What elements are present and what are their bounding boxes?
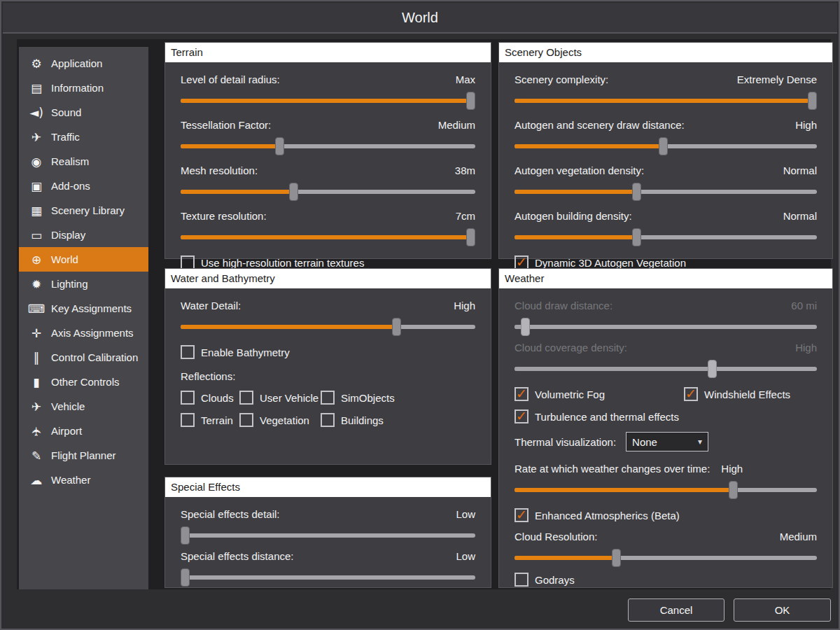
sidebar-item-axis-assignments[interactable]: ✛ Axis Assignments [19, 321, 148, 345]
thermal-visualization-select[interactable]: None ▾ [626, 432, 708, 451]
checkbox-box-icon: ✓ [514, 387, 528, 401]
slider-thumb[interactable] [181, 526, 190, 545]
page-title: World [402, 10, 438, 26]
turbulence-checkbox[interactable]: ✓ Turbulence and thermal effects [514, 410, 817, 424]
sidebar-item-label: Scenery Library [51, 204, 125, 216]
autogen-vegetation-row: Autogen vegetation density: Normal [514, 164, 817, 201]
check-icon: ✓ [516, 507, 527, 522]
dynamic-3d-vegetation-checkbox[interactable]: ✓ Dynamic 3D Autogen Vegetation [514, 255, 817, 270]
slider-thumb[interactable] [289, 183, 298, 201]
checkbox-label: Enhanced Atmospherics (Beta) [535, 510, 680, 522]
reflect-vegetation-checkbox[interactable]: ✓ Vegetation [239, 413, 321, 427]
sidebar-item-label: Axis Assignments [51, 327, 134, 339]
sidebar-item-other-controls[interactable]: ▮ Other Controls [19, 370, 148, 394]
sidebar-item-application[interactable]: ⚙ Application [19, 51, 148, 76]
reflect-terrain-checkbox[interactable]: ✓ Terrain [181, 413, 239, 427]
sidebar-item-control-calibration[interactable]: ‖ Control Calibration [19, 345, 148, 370]
sidebar-item-vehicle[interactable]: ✈ Vehicle [19, 394, 148, 419]
checkbox-label: Volumetric Fog [535, 388, 605, 400]
special-effects-detail-slider[interactable] [181, 526, 475, 545]
sidebar-item-scenery-library[interactable]: ▦ Scenery Library [19, 198, 148, 223]
texture-resolution-slider[interactable] [181, 228, 475, 246]
slider-thumb[interactable] [466, 228, 475, 246]
godrays-checkbox[interactable]: ✓ Godrays [514, 573, 817, 587]
reflect-buildings-checkbox[interactable]: ✓ Buildings [321, 413, 384, 427]
slider-label: Scenery complexity: [514, 74, 608, 85]
sidebar-item-traffic[interactable]: ✈ Traffic [19, 125, 148, 149]
checkbox-box-icon: ✓ [181, 345, 195, 359]
checkbox-box-icon: ✓ [239, 391, 253, 405]
slider-thumb[interactable] [632, 183, 641, 201]
sidebar-item-label: Traffic [51, 131, 80, 143]
slider-track [181, 575, 475, 580]
autogen-vegetation-slider[interactable] [514, 183, 817, 201]
sidebar-item-weather[interactable]: ☁ Weather [19, 468, 148, 492]
mesh-resolution-slider[interactable] [181, 183, 475, 201]
weather-cloud-icon: ☁ [26, 473, 47, 487]
volumetric-fog-checkbox[interactable]: ✓ Volumetric Fog [514, 387, 684, 401]
sidebar-item-sound[interactable]: ◄) Sound [19, 100, 148, 125]
checkbox-box-icon: ✓ [514, 508, 528, 522]
reflect-clouds-checkbox[interactable]: ✓ Clouds [181, 391, 239, 405]
autogen-building-slider[interactable] [514, 228, 817, 246]
slider-thumb[interactable] [275, 137, 284, 155]
checkbox-label: Enable Bathymetry [201, 346, 290, 358]
high-res-terrain-checkbox[interactable]: ✓ Use high-resolution terrain textures [181, 255, 475, 270]
windshield-effects-checkbox[interactable]: ✓ Windshield Effects [684, 387, 790, 401]
weather-rate-slider[interactable] [514, 481, 817, 499]
sidebar-item-world[interactable]: ⊕ World [19, 247, 148, 272]
enable-bathymetry-checkbox[interactable]: ✓ Enable Bathymetry [181, 345, 475, 359]
slider-thumb[interactable] [181, 568, 190, 587]
reflections-row-2: ✓ Terrain ✓ Vegetation ✓ Buildings [181, 413, 475, 435]
globe-icon: ⊕ [26, 253, 47, 267]
tessellation-slider[interactable] [181, 137, 475, 155]
cloud-resolution-slider[interactable] [514, 549, 817, 567]
sidebar-item-realism[interactable]: ◉ Realism [19, 149, 148, 174]
reflect-simobjects-checkbox[interactable]: ✓ SimObjects [321, 391, 395, 405]
slider-fill [514, 99, 817, 103]
speaker-icon: ◄) [26, 106, 47, 120]
slider-thumb [521, 318, 530, 336]
sidebar-item-lighting[interactable]: ✹ Lighting [19, 272, 148, 296]
sidebar-item-flight-planner[interactable]: ✎ Flight Planner [19, 443, 148, 468]
check-icon: ✓ [516, 386, 527, 401]
slider-thumb[interactable] [632, 228, 641, 246]
slider-label: Special effects distance: [181, 550, 293, 562]
slider-thumb[interactable] [729, 481, 738, 499]
autogen-draw-distance-slider[interactable] [514, 137, 817, 155]
sidebar-item-airport[interactable]: ✈ Airport [19, 419, 148, 443]
slider-thumb[interactable] [808, 92, 817, 110]
slider-thumb[interactable] [466, 92, 475, 110]
panel-title: Special Effects [165, 477, 491, 497]
autogen-draw-distance-row: Autogen and scenery draw distance: High [514, 119, 817, 155]
slider-thumb[interactable] [392, 318, 401, 336]
spotlight-icon: ✹ [26, 277, 47, 291]
scenery-complexity-slider[interactable] [514, 92, 817, 110]
cancel-button[interactable]: Cancel [628, 598, 724, 622]
water-detail-slider[interactable] [181, 318, 475, 336]
sidebar-item-display[interactable]: ▭ Display [19, 223, 148, 247]
ok-button[interactable]: OK [734, 598, 831, 622]
sidebar-item-add-ons[interactable]: ▣ Add-ons [19, 174, 148, 198]
slider-label: Cloud Resolution: [514, 531, 597, 542]
sidebar-item-key-assignments[interactable]: ⌨ Key Assignments [19, 296, 148, 321]
enhanced-atmospherics-checkbox[interactable]: ✓ Enhanced Atmospherics (Beta) [514, 508, 817, 522]
terrain-panel: Terrain Level of detail radius: Max Tess… [164, 42, 491, 259]
slider-label: Autogen vegetation density: [514, 164, 644, 176]
slider-thumb[interactable] [659, 137, 668, 155]
reflect-user-vehicle-checkbox[interactable]: ✓ User Vehicle [239, 391, 321, 405]
water-panel: Water and Bathymetry Water Detail: High … [164, 268, 491, 465]
lod-radius-slider[interactable] [181, 92, 475, 110]
special-effects-distance-slider[interactable] [181, 568, 475, 587]
slider-label: Tessellation Factor: [181, 119, 271, 131]
slider-fill [181, 190, 293, 194]
slider-value: High [795, 119, 817, 131]
slider-track [181, 533, 475, 538]
sidebar-item-label: Realism [51, 155, 89, 167]
cloud-coverage-density-row: Cloud coverage density: High [514, 342, 817, 378]
sidebar-item-label: World [51, 253, 78, 265]
addons-box-icon: ▣ [26, 179, 47, 193]
slider-thumb[interactable] [612, 549, 621, 567]
slider-label: Level of detail radius: [181, 74, 280, 85]
sidebar-item-information[interactable]: ▤ Information [19, 76, 148, 100]
